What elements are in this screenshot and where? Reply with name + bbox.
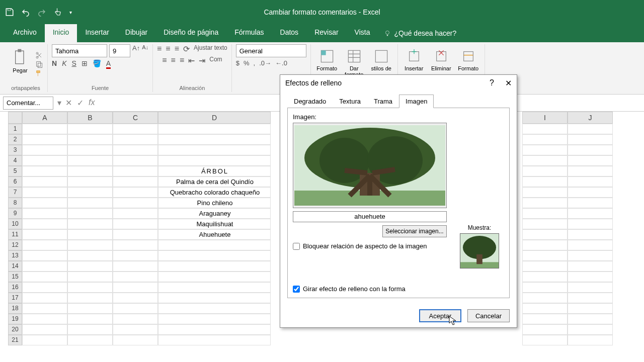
cell-A14[interactable] xyxy=(22,261,67,272)
cell-I11[interactable] xyxy=(522,229,568,240)
orientation-icon[interactable]: ⟳ xyxy=(183,44,190,54)
font-color-button[interactable]: A xyxy=(106,59,111,69)
cell-A4[interactable] xyxy=(22,155,67,166)
cell-J10[interactable] xyxy=(568,219,613,229)
align-center-icon[interactable]: ≡ xyxy=(171,56,176,65)
cancelar-button[interactable]: Cancelar xyxy=(467,309,510,322)
merge-button[interactable]: Com xyxy=(209,56,222,65)
tab-insertar[interactable]: Insertar xyxy=(77,24,117,42)
cell-A6[interactable] xyxy=(22,176,67,187)
cell-C9[interactable] xyxy=(113,208,158,219)
cell-D15[interactable] xyxy=(158,272,271,282)
cut-icon[interactable] xyxy=(35,51,43,59)
col-J[interactable]: J xyxy=(568,112,613,124)
cell-B18[interactable] xyxy=(67,303,113,314)
cell-A8[interactable] xyxy=(22,198,67,208)
cell-C4[interactable] xyxy=(113,155,158,166)
fx-icon[interactable]: fx xyxy=(89,98,95,108)
cell-D4[interactable] xyxy=(158,155,271,166)
tab-imagen[interactable]: Imagen xyxy=(399,95,434,108)
cell-C16[interactable] xyxy=(113,282,158,293)
cell-J6[interactable] xyxy=(568,176,613,187)
number-format-select[interactable] xyxy=(236,44,306,57)
row-header-21[interactable]: 21 xyxy=(8,335,22,345)
cell-I10[interactable] xyxy=(522,219,568,229)
cell-J19[interactable] xyxy=(568,314,613,324)
cell-D13[interactable] xyxy=(158,250,271,261)
cell-J15[interactable] xyxy=(568,272,613,282)
cell-I13[interactable] xyxy=(522,250,568,261)
fill-color-button[interactable]: 🪣 xyxy=(93,59,101,69)
row-header-5[interactable]: 5 xyxy=(8,166,22,176)
cell-I14[interactable] xyxy=(522,261,568,272)
col-C[interactable]: C xyxy=(113,112,158,124)
percent-icon[interactable]: % xyxy=(244,59,250,67)
align-middle-icon[interactable]: ≡ xyxy=(166,44,170,54)
cell-I3[interactable] xyxy=(522,145,568,155)
cell-A20[interactable] xyxy=(22,324,67,335)
decrease-decimal-icon[interactable]: ←.0 xyxy=(275,59,287,67)
cell-J14[interactable] xyxy=(568,261,613,272)
cell-D18[interactable] xyxy=(158,303,271,314)
cell-J7[interactable] xyxy=(568,187,613,198)
select-image-button[interactable]: Seleccionar imagen... xyxy=(382,225,447,237)
cell-D9[interactable]: Araguaney xyxy=(158,208,271,219)
cell-A17[interactable] xyxy=(22,293,67,303)
cell-C19[interactable] xyxy=(113,314,158,324)
cell-D12[interactable] xyxy=(158,240,271,250)
cell-A11[interactable] xyxy=(22,229,67,240)
cell-J13[interactable] xyxy=(568,250,613,261)
cell-B7[interactable] xyxy=(67,187,113,198)
indent-decrease-icon[interactable]: ⇤ xyxy=(188,56,195,65)
cell-I6[interactable] xyxy=(522,176,568,187)
cell-B11[interactable] xyxy=(67,229,113,240)
rotate-fill-checkbox[interactable]: Girar efecto de relleno con la forma xyxy=(293,285,504,293)
cell-I16[interactable] xyxy=(522,282,568,293)
tab-inicio[interactable]: Inicio xyxy=(45,24,77,42)
cell-A12[interactable] xyxy=(22,240,67,250)
cell-D1[interactable] xyxy=(158,124,271,134)
increase-decimal-icon[interactable]: .0→ xyxy=(259,59,271,67)
row-header-18[interactable]: 18 xyxy=(8,303,22,314)
tab-revisar[interactable]: Revisar xyxy=(306,24,346,42)
cell-C17[interactable] xyxy=(113,293,158,303)
cell-J16[interactable] xyxy=(568,282,613,293)
row-header-17[interactable]: 17 xyxy=(8,293,22,303)
cell-B5[interactable] xyxy=(67,166,113,176)
cell-D11[interactable]: Ahuehuete xyxy=(158,229,271,240)
cell-C15[interactable] xyxy=(113,272,158,282)
cell-D2[interactable] xyxy=(158,134,271,145)
lock-aspect-input[interactable] xyxy=(293,243,300,250)
comma-icon[interactable]: , xyxy=(254,59,256,67)
align-bottom-icon[interactable]: ≡ xyxy=(175,44,179,54)
underline-button[interactable]: S xyxy=(71,59,76,69)
cell-B17[interactable] xyxy=(67,293,113,303)
cell-C11[interactable] xyxy=(113,229,158,240)
cell-A2[interactable] xyxy=(22,134,67,145)
cell-J3[interactable] xyxy=(568,145,613,155)
row-header-13[interactable]: 13 xyxy=(8,250,22,261)
font-size-input[interactable] xyxy=(109,44,130,57)
select-all-corner[interactable] xyxy=(8,112,22,124)
row-header-20[interactable]: 20 xyxy=(8,324,22,335)
copy-icon[interactable] xyxy=(35,60,43,68)
cell-I1[interactable] xyxy=(522,124,568,134)
cell-D21[interactable] xyxy=(158,335,271,345)
tab-datos[interactable]: Datos xyxy=(272,24,307,42)
rotate-fill-input[interactable] xyxy=(293,286,300,293)
tab-archivo[interactable]: Archivo xyxy=(5,24,45,42)
bold-button[interactable]: N xyxy=(52,59,57,69)
cell-A13[interactable] xyxy=(22,250,67,261)
tab-diseno[interactable]: Diseño de página xyxy=(155,24,226,42)
format-painter-icon[interactable] xyxy=(35,69,43,77)
cell-C3[interactable] xyxy=(113,145,158,155)
cell-C8[interactable] xyxy=(113,198,158,208)
tab-formulas[interactable]: Fórmulas xyxy=(226,24,272,42)
cell-I15[interactable] xyxy=(522,272,568,282)
tab-degradado[interactable]: Degradado xyxy=(287,95,333,108)
cell-D17[interactable] xyxy=(158,293,271,303)
cell-C20[interactable] xyxy=(113,324,158,335)
col-A[interactable]: A xyxy=(22,112,67,124)
help-icon[interactable]: ? xyxy=(490,78,494,87)
row-header-15[interactable]: 15 xyxy=(8,272,22,282)
